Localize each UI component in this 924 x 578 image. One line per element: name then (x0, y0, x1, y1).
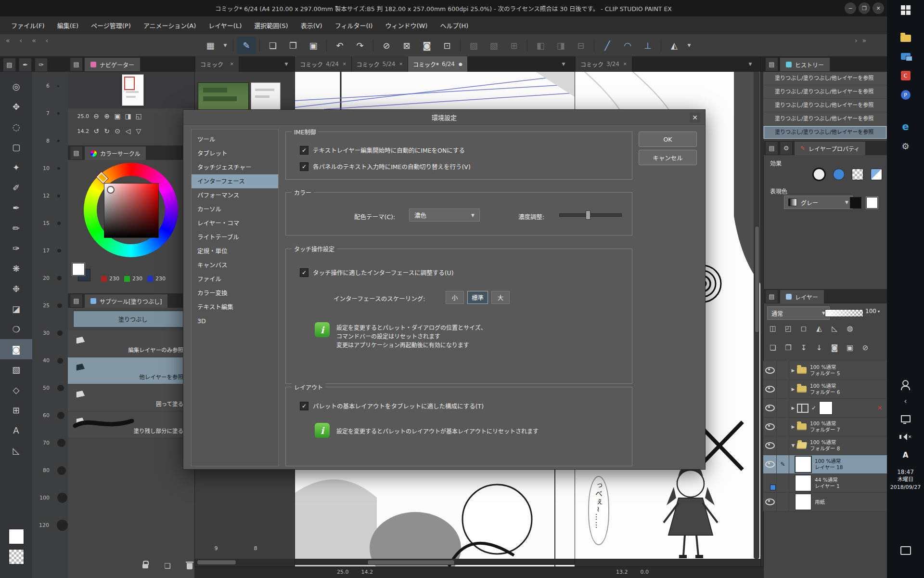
scaling-option-button[interactable]: 小 (446, 291, 464, 304)
subtool-item[interactable]: 編集レイヤーのみ参照 (68, 330, 188, 357)
brush-size-item[interactable]: 15 (32, 210, 68, 237)
edit-target-cell[interactable] (777, 474, 789, 492)
close-button[interactable]: ✕ (873, 2, 884, 14)
snap-to-grid-button[interactable]: ⊥ (638, 37, 657, 54)
new-layer-folder-icon[interactable]: ❐ (781, 341, 796, 355)
navigator-zoom-value[interactable]: 25.0 (72, 113, 89, 119)
fit-to-screen-button[interactable]: ▣ (112, 111, 123, 121)
layer-row-frame-folder[interactable]: ▶ ✓ ✕ (763, 399, 887, 418)
airbrush-tool[interactable]: ❋ (0, 258, 32, 278)
layer-row-folder-7[interactable]: ▶ 100 %通常フォルダー 7 (763, 418, 887, 436)
shrink-selection-button[interactable]: ◨ (551, 37, 570, 54)
menu-item[interactable]: 選択範囲(S) (248, 16, 294, 34)
layer-color-icon[interactable]: ◍ (842, 322, 858, 335)
tone-effect-icon[interactable] (833, 169, 845, 180)
flip-vertical-button[interactable]: ▽ (133, 126, 144, 136)
tab-close-icon[interactable]: ✕ (343, 62, 346, 66)
layer-row-folder-5[interactable]: ▶ 100 %通常フォルダー 5 (763, 361, 887, 380)
fill-tool[interactable]: ◙ (0, 339, 32, 359)
lock-palette-button[interactable] (137, 559, 154, 573)
opacity-slider[interactable] (825, 309, 863, 317)
ime-auto-on-checkbox[interactable]: ✓ (300, 146, 308, 155)
edit-target-cell[interactable] (777, 493, 789, 511)
preferences-category[interactable]: 3D (192, 314, 278, 328)
preferences-category[interactable]: タッチジェスチャー (192, 160, 278, 174)
pencil-tool[interactable]: ✏ (0, 218, 32, 238)
color-theme-dropdown[interactable]: 濃色 ▼ (409, 209, 480, 222)
tab-close-icon[interactable]: ✕ (623, 62, 627, 66)
menu-item[interactable]: アニメーション(A) (137, 16, 203, 34)
notification-center-button[interactable] (887, 542, 924, 559)
erase-outside-selection-button[interactable]: ⊠ (397, 37, 416, 54)
brush-size-item[interactable]: 80 (32, 457, 68, 484)
fill-button[interactable]: ◙ (417, 37, 436, 54)
brush-size-item[interactable]: 50 (32, 374, 68, 402)
brush-size-item[interactable]: 10 (32, 155, 68, 182)
preferences-category[interactable]: タブレット (192, 146, 278, 160)
copy-subtool-button[interactable]: ❏ (159, 559, 176, 573)
lasso-select-tool[interactable]: ◌ (0, 117, 32, 137)
tab-close-icon[interactable]: ✕ (399, 62, 403, 66)
tab-close-icon[interactable]: ● (459, 62, 462, 66)
deselect-button[interactable]: ▨ (464, 37, 483, 54)
edit-target-cell[interactable] (777, 380, 789, 398)
opacity-value[interactable]: 100 (865, 308, 876, 315)
opacity-spinner-icon[interactable]: ▾ (878, 309, 880, 314)
menu-item[interactable]: 表示(V) (295, 16, 329, 34)
ok-button[interactable]: OK (639, 131, 697, 147)
layer-thumbnail[interactable] (819, 401, 833, 415)
eraser-tool[interactable]: ◪ (0, 299, 32, 319)
preferences-category[interactable]: ツール (192, 132, 278, 146)
navigator-dock-stub-icon[interactable]: ▤ (70, 57, 83, 71)
blend-tool[interactable]: ❍ (0, 319, 32, 339)
quick-settings-tool-button[interactable]: ✎ (237, 37, 256, 54)
brush-size-item[interactable]: 12 (32, 182, 68, 210)
palette-layout-checkbox[interactable]: ✓ (300, 402, 308, 410)
brush-size-item[interactable]: 8 (32, 127, 68, 155)
transfer-down-icon[interactable]: ↧ (796, 341, 811, 355)
brush-size-item[interactable]: 20 (32, 264, 68, 292)
reset-rotation-button[interactable]: ⊙ (112, 126, 123, 136)
menu-item[interactable]: 編集(E) (51, 16, 85, 34)
selection-border-button[interactable]: ⊟ (571, 37, 590, 54)
frame-border-tool[interactable]: ⊞ (0, 400, 32, 420)
minimize-button[interactable]: ─ (845, 2, 856, 14)
layers-dock-stub-icon[interactable]: ▤ (765, 289, 778, 303)
maximize-button[interactable]: ❐ (859, 2, 870, 14)
edit-target-cell[interactable]: ✎ (777, 455, 789, 473)
border-effect-icon[interactable] (812, 168, 826, 181)
brush-size-item[interactable]: 120 (32, 512, 68, 539)
taskbar-edge-button[interactable]: e (887, 118, 924, 135)
expand-icon[interactable]: ▶ (789, 387, 797, 392)
tool-palette-tab[interactable]: ▤ (3, 58, 16, 72)
navigator-panel-tab[interactable]: ナビゲーター (84, 57, 141, 71)
cancel-button[interactable]: キャンセル (639, 150, 697, 165)
document-tab[interactable]: コミック3/24 ✕ (576, 56, 632, 72)
snap-to-special-ruler-button[interactable]: ◠ (618, 37, 637, 54)
navigator-preview[interactable] (68, 72, 194, 108)
scaling-option-button[interactable]: 大 (491, 291, 510, 304)
density-slider[interactable] (559, 213, 622, 217)
sv-marker[interactable] (107, 186, 115, 194)
expand-icon[interactable]: ▶ (789, 368, 797, 373)
merge-down-icon[interactable]: ↓ (811, 341, 827, 355)
figure-tool[interactable]: ◇ (0, 380, 32, 400)
subtool-panel-tab[interactable]: サブツール[塗りつぶし] (84, 294, 168, 308)
brush-size-item[interactable]: 17 (32, 237, 68, 264)
layerprop-dock-stub-icon[interactable]: ▤ (765, 141, 778, 155)
lock-layer-icon[interactable]: ◰ (781, 322, 796, 335)
edit-target-cell[interactable] (777, 361, 789, 380)
ime-auto-switch-checkbox[interactable]: ✓ (300, 162, 308, 171)
edit-target-cell[interactable] (777, 436, 789, 455)
subtool-group-fill[interactable]: 塗りつぶし (73, 311, 192, 328)
history-item[interactable]: 塗りつぶし/塗りつぶし/他レイヤーを参照 (763, 99, 887, 112)
zoom-in-button[interactable]: ⊕ (102, 111, 112, 121)
layer-row-layer-18-selected[interactable]: ✎ 100 %通常レイヤー 18 (763, 455, 887, 474)
menu-item[interactable]: ページ管理(P) (85, 16, 137, 34)
ruler-menu-arrow-icon[interactable]: ▼ (685, 37, 693, 54)
history-item[interactable]: 塗りつぶし/塗りつぶし/他レイヤーを参照 (763, 72, 887, 85)
visibility-cell[interactable] (763, 418, 777, 436)
pen-tool[interactable]: ✒ (0, 197, 32, 218)
expand-selection-button[interactable]: ◧ (531, 37, 550, 54)
preferences-category[interactable]: カラー変換 (192, 286, 278, 300)
